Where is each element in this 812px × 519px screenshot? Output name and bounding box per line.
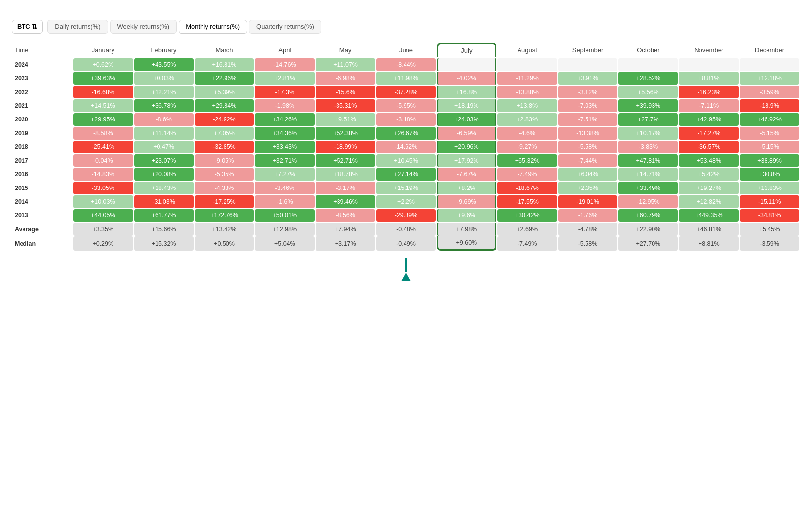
data-cell: -8.6% (134, 113, 194, 126)
data-cell: +28.52% (618, 72, 678, 85)
year-cell: 2016 (13, 168, 72, 181)
summary-label: Median (13, 236, 72, 251)
table-row: 2013+44.05%+61.77%+172.76%+50.01%-8.56%-… (13, 209, 799, 222)
data-cell: +20.96% (437, 141, 496, 153)
data-cell: +39.46% (316, 195, 375, 208)
data-cell: -14.62% (376, 141, 436, 153)
data-cell: -5.35% (195, 168, 254, 181)
data-cell: -7.44% (558, 154, 618, 167)
year-cell: 2021 (13, 99, 72, 112)
data-cell: +46.92% (740, 113, 799, 126)
data-cell: -33.05% (73, 182, 133, 194)
data-cell: -15.11% (740, 195, 799, 208)
table-row: 2015-33.05%+18.43%-4.38%-3.46%-3.17%+15.… (13, 182, 799, 194)
data-cell: +65.32% (497, 154, 557, 167)
data-cell: -8.44% (376, 58, 436, 71)
table-row: 2022-16.68%+12.21%+5.39%-17.3%-15.6%-37.… (13, 86, 799, 98)
header-september: September (558, 43, 618, 57)
year-cell: 2020 (13, 113, 72, 126)
summary-cell: +15.66% (134, 223, 194, 236)
data-cell: +42.95% (679, 113, 739, 126)
btc-selector[interactable]: BTC ⇅ (12, 20, 43, 34)
summary-cell: +15.32% (134, 236, 194, 251)
tab-quarterly[interactable]: Quarterly returns(%) (249, 20, 321, 34)
summary-row: Median+0.29%+15.32%+0.50%+5.04%+3.17%-0.… (13, 236, 799, 251)
data-cell: +449.35% (679, 209, 739, 222)
data-cell: +44.05% (73, 209, 133, 222)
returns-table: TimeJanuaryFebruaryMarchAprilMayJuneJuly… (12, 42, 800, 252)
data-cell: -6.59% (437, 127, 496, 140)
data-cell: -17.55% (497, 195, 557, 208)
data-cell: +61.77% (134, 209, 194, 222)
data-cell: +19.27% (679, 182, 739, 194)
data-cell: -1.76% (558, 209, 618, 222)
data-cell: -3.46% (255, 182, 315, 194)
data-cell: -3.18% (376, 113, 436, 126)
tab-weekly[interactable]: Weekly returns(%) (110, 20, 177, 34)
data-cell: +13.8% (497, 99, 557, 112)
data-cell: -34.81% (740, 209, 799, 222)
data-cell: +10.03% (73, 195, 133, 208)
tab-daily[interactable]: Daily returns(%) (47, 20, 108, 34)
data-cell: -9.05% (195, 154, 254, 167)
header-december: December (740, 43, 799, 57)
data-cell: +3.91% (558, 72, 618, 85)
data-cell: -13.88% (497, 86, 557, 98)
data-cell: -4.02% (437, 72, 496, 85)
data-cell: +8.2% (437, 182, 496, 194)
data-cell: -24.92% (195, 113, 254, 126)
data-cell: +11.98% (376, 72, 436, 85)
tab-monthly[interactable]: Monthly returns(%) (179, 20, 247, 34)
data-cell: +17.92% (437, 154, 496, 167)
data-cell: -5.58% (558, 141, 618, 153)
data-cell: -3.59% (740, 86, 799, 98)
data-cell: +12.82% (679, 195, 739, 208)
highlight-arrow (12, 258, 800, 281)
data-cell: +16.81% (195, 58, 254, 71)
summary-cell: -4.78% (558, 223, 618, 236)
table-row: 2019-8.58%+11.14%+7.05%+34.36%+52.38%+26… (13, 127, 799, 140)
year-cell: 2023 (13, 72, 72, 85)
data-cell: -3.17% (316, 182, 375, 194)
summary-cell: +5.04% (255, 236, 315, 251)
data-cell: +43.55% (134, 58, 194, 71)
table-row: 2021+14.51%+36.78%+29.84%-1.98%-35.31%-5… (13, 99, 799, 112)
data-cell: -1.6% (255, 195, 315, 208)
summary-cell: -5.58% (558, 236, 618, 251)
data-cell: -3.83% (618, 141, 678, 153)
data-cell: +30.8% (740, 168, 799, 181)
table-row: 2023+39.63%+0.03%+22.96%+2.81%-6.98%+11.… (13, 72, 799, 85)
data-cell: +53.48% (679, 154, 739, 167)
data-cell (679, 58, 739, 71)
year-cell: 2022 (13, 86, 72, 98)
data-cell: +38.89% (740, 154, 799, 167)
data-cell: +34.36% (255, 127, 315, 140)
data-cell: -17.3% (255, 86, 315, 98)
header-april: April (255, 43, 315, 57)
summary-cell: +7.94% (316, 223, 375, 236)
summary-cell: +0.29% (73, 236, 133, 251)
summary-cell: +3.17% (316, 236, 375, 251)
data-cell: +33.43% (255, 141, 315, 153)
data-cell: +27.14% (376, 168, 436, 181)
data-cell: +8.81% (679, 72, 739, 85)
data-cell: +13.83% (740, 182, 799, 194)
summary-cell: +0.50% (195, 236, 254, 251)
data-cell: +18.43% (134, 182, 194, 194)
summary-cell: -0.49% (376, 236, 436, 251)
header-january: January (73, 43, 133, 57)
data-cell: -29.89% (376, 209, 436, 222)
summary-cell: +3.35% (73, 223, 133, 236)
data-cell: +39.93% (618, 99, 678, 112)
data-cell: -11.29% (497, 72, 557, 85)
data-cell (618, 58, 678, 71)
data-cell: +18.78% (316, 168, 375, 181)
data-cell: +22.96% (195, 72, 254, 85)
data-cell: +7.05% (195, 127, 254, 140)
summary-cell: +12.98% (255, 223, 315, 236)
data-cell: +14.71% (618, 168, 678, 181)
data-cell (558, 58, 618, 71)
data-cell: -5.15% (740, 127, 799, 140)
year-cell: 2013 (13, 209, 72, 222)
data-cell: +39.63% (73, 72, 133, 85)
